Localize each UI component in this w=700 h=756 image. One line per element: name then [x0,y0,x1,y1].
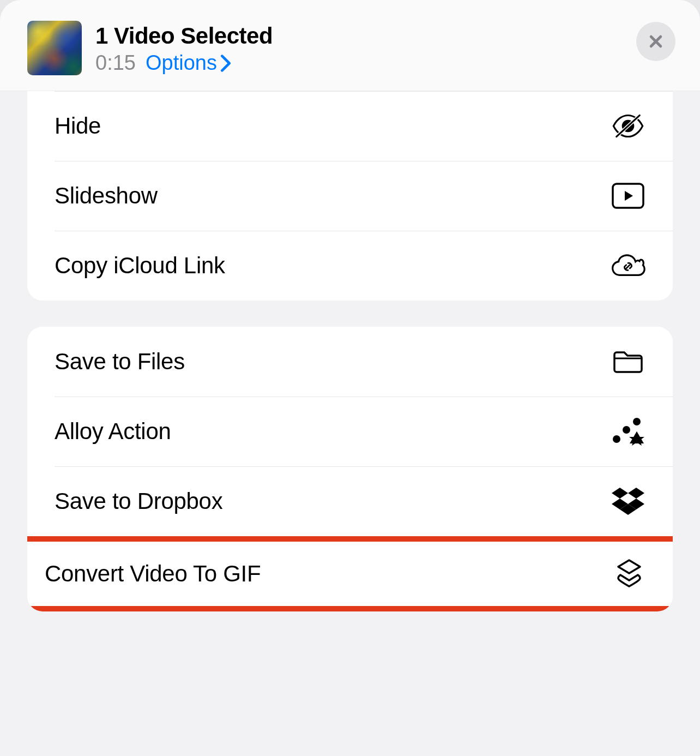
action-copy-icloud-link[interactable]: Copy iCloud Link [27,231,673,301]
action-label: Hide [55,113,101,139]
folder-icon [611,344,645,379]
share-sheet: 1 Video Selected 0:15 Options [0,0,700,756]
dropbox-icon [611,484,645,519]
action-alloy[interactable]: Alloy Action [27,397,673,466]
actions-scroll-area[interactable]: Duplicate Hide [0,91,700,750]
action-convert-video-to-gif[interactable]: Convert Video To GIF [27,542,673,606]
action-save-to-dropbox[interactable]: Save to Dropbox [27,466,673,536]
sheet-header: 1 Video Selected 0:15 Options [0,0,700,91]
action-label: Slideshow [55,183,158,209]
svg-point-8 [613,435,620,443]
svg-point-6 [633,418,641,425]
video-duration: 0:15 [95,51,136,75]
action-label: Alloy Action [55,418,171,445]
action-label: Copy iCloud Link [55,253,225,279]
action-hide[interactable]: Hide [27,91,673,161]
shortcuts-icon [612,556,647,591]
svg-marker-13 [628,488,644,499]
play-rect-icon [611,178,645,213]
video-thumbnail [27,21,82,75]
sheet-title: 1 Video Selected [95,23,273,49]
cloud-link-icon [611,248,645,283]
action-label: Save to Files [55,349,185,375]
svg-marker-11 [629,431,644,446]
close-button[interactable] [636,22,675,61]
alloy-icon [611,414,645,449]
action-save-to-files[interactable]: Save to Files [27,327,673,397]
close-icon [648,33,664,50]
header-left: 1 Video Selected 0:15 Options [27,21,273,75]
action-group-2: Save to Files Alloy Action [27,327,673,611]
svg-marker-12 [612,488,628,499]
highlight-annotation: Convert Video To GIF [27,536,673,611]
options-label: Options [146,51,217,75]
eye-slash-icon [611,109,645,143]
options-button[interactable]: Options [146,51,231,75]
chevron-right-icon [220,55,231,72]
header-text: 1 Video Selected 0:15 Options [95,21,273,75]
action-label: Convert Video To GIF [45,561,261,587]
svg-point-7 [623,426,630,434]
action-label: Save to Dropbox [55,488,222,514]
action-slideshow[interactable]: Slideshow [27,161,673,231]
subtitle-row: 0:15 Options [95,51,273,75]
action-group-1: Duplicate Hide [27,91,673,301]
